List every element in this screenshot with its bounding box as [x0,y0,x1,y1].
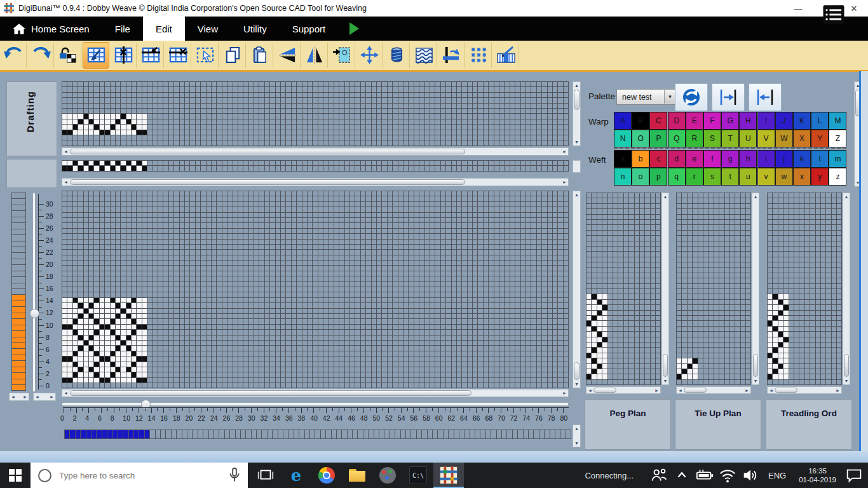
grid-cell[interactable] [613,316,618,321]
grid-cell[interactable] [62,87,67,92]
grid-cell[interactable] [222,161,227,166]
grid-cell[interactable] [174,276,179,281]
grid-cell[interactable] [377,135,382,140]
grid-cell[interactable] [656,374,661,379]
delete-warp-button[interactable] [111,43,137,68]
grid-cell[interactable] [826,380,831,385]
grid-cell[interactable] [372,140,377,146]
grid-cell[interactable] [292,213,297,218]
grid-cell[interactable] [121,362,126,367]
grid-cell[interactable] [837,247,842,252]
grid-cell[interactable] [89,356,94,362]
grid-cell[interactable] [259,135,264,140]
grid-cell[interactable] [430,234,435,239]
grid-cell[interactable] [313,135,318,140]
grid-cell[interactable] [180,298,185,303]
grid-cell[interactable] [196,234,201,239]
grid-cell[interactable] [602,268,607,273]
grid-cell[interactable] [677,220,682,225]
grid-cell[interactable] [276,383,281,388]
grid-cell[interactable] [768,374,773,379]
grid-cell[interactable] [334,109,339,114]
grid-cell[interactable] [334,287,339,292]
grid-cell[interactable] [465,430,470,439]
grid-cell[interactable] [132,213,137,218]
grid-cell[interactable] [714,215,719,220]
grid-cell[interactable] [478,191,483,196]
grid-cell[interactable] [789,374,794,379]
grid-cell[interactable] [377,356,382,362]
grid-cell[interactable] [515,303,520,308]
grid-cell[interactable] [537,367,542,372]
grid-cell[interactable] [361,119,366,125]
grid-cell[interactable] [174,372,179,377]
grid-cell[interactable] [313,119,318,125]
grid-cell[interactable] [640,262,645,268]
grid-cell[interactable] [558,250,563,255]
grid-cell[interactable] [302,356,308,362]
grid-cell[interactable] [238,309,243,314]
grid-cell[interactable] [78,367,83,372]
grid-cell[interactable] [452,372,457,377]
grid-cell[interactable] [334,240,339,245]
grid-cell[interactable] [355,191,360,196]
grid-cell[interactable] [703,193,709,198]
grid-cell[interactable] [746,289,751,294]
grid-cell[interactable] [313,140,318,146]
grid-cell[interactable] [84,287,89,292]
grid-cell[interactable] [207,125,212,130]
grid-cell[interactable] [602,364,607,369]
grid-cell[interactable] [564,166,569,171]
grid-cell[interactable] [233,191,238,196]
grid-cell[interactable] [587,252,592,257]
grid-cell[interactable] [531,261,536,266]
grid-cell[interactable] [329,367,334,372]
grid-cell[interactable] [308,346,313,351]
grid-cell[interactable] [816,316,821,321]
grid-cell[interactable] [719,278,724,283]
grid-cell[interactable] [217,298,222,303]
grid-cell[interactable] [441,82,446,87]
grid-cell[interactable] [419,245,424,250]
grid-cell[interactable] [698,294,703,299]
grid-cell[interactable] [147,367,153,372]
grid-cell[interactable] [698,342,703,348]
grid-cell[interactable] [499,271,505,276]
grid-cell[interactable] [169,367,174,372]
grid-cell[interactable] [12,337,26,343]
grid-cell[interactable] [265,104,270,109]
grid-cell[interactable] [174,314,179,319]
grid-cell[interactable] [735,268,740,273]
grid-cell[interactable] [435,356,440,362]
grid-cell[interactable] [613,193,618,198]
grid-cell[interactable] [12,367,26,373]
grid-cell[interactable] [126,383,132,388]
grid-cell[interactable] [174,325,179,330]
grid-cell[interactable] [419,161,424,166]
grid-cell[interactable] [62,282,67,287]
grid-cell[interactable] [366,367,371,372]
grid-cell[interactable] [163,378,168,383]
grid-cell[interactable] [526,266,531,271]
grid-cell[interactable] [201,114,206,119]
grid-cell[interactable] [548,303,553,308]
grid-cell[interactable] [105,250,110,255]
color-swatch-r[interactable]: r [686,168,703,186]
grid-cell[interactable] [174,309,179,314]
grid-cell[interactable] [105,319,110,324]
grid-cell[interactable] [78,213,83,218]
grid-cell[interactable] [452,240,457,245]
grid-cell[interactable] [281,266,286,271]
grid-cell[interactable] [613,278,618,283]
grid-cell[interactable] [478,372,483,377]
grid-cell[interactable] [597,220,602,225]
grid-cell[interactable] [548,245,553,250]
grid-cell[interactable] [276,282,281,287]
weave-fill-button[interactable] [411,43,437,68]
grid-cell[interactable] [388,87,393,92]
grid-cell[interactable] [645,220,650,225]
grid-cell[interactable] [265,356,270,362]
grid-cell[interactable] [217,356,222,362]
grid-cell[interactable] [746,327,751,332]
grid-cell[interactable] [564,292,569,297]
